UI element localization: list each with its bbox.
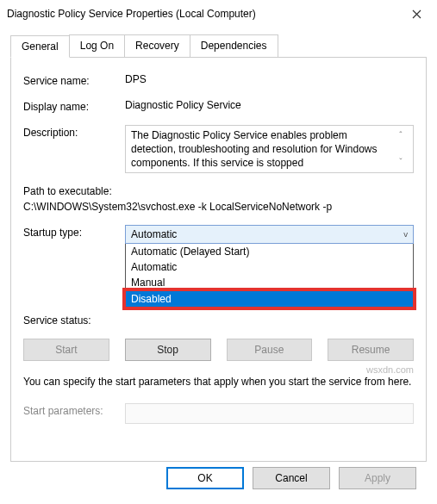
tab-strip: General Log On Recovery Dependencies [10,34,427,57]
description-box: The Diagnostic Policy Service enables pr… [125,125,414,173]
apply-button: Apply [339,467,416,489]
display-name-value: Diagnostic Policy Service [125,99,414,111]
path-label: Path to executable: [23,185,414,197]
scroll-down-icon[interactable]: ˇ [399,157,402,169]
description-scrollbar[interactable]: ˆ ˇ [394,128,408,170]
startup-label: Startup type: [23,225,125,239]
dialog-content: General Log On Recovery Dependencies Ser… [0,28,437,500]
tab-panel-general: Service name: DPS Display name: Diagnost… [10,57,427,462]
stop-button[interactable]: Stop [125,339,211,361]
pause-button: Pause [227,339,313,361]
tab-logon[interactable]: Log On [69,34,125,57]
startup-type-selected: Automatic [131,228,177,240]
cancel-button[interactable]: Cancel [253,467,330,489]
path-value: C:\WINDOWS\System32\svchost.exe -k Local… [23,201,414,213]
description-label: Description: [23,125,125,139]
service-status-label: Service status: [23,313,125,327]
explain-text: You can specify the start parameters tha… [23,375,414,389]
tab-general[interactable]: General [10,35,70,58]
chevron-down-icon: ⅴ [403,230,408,239]
window-title: Diagnostic Policy Service Properties (Lo… [7,8,256,20]
startup-option-disabled[interactable]: Disabled [126,291,413,307]
close-icon[interactable] [406,3,427,24]
display-name-label: Display name: [23,99,125,113]
start-button: Start [23,339,109,361]
service-name-value: DPS [125,73,414,85]
start-params-row: Start parameters: [23,403,414,424]
startup-option-delayed[interactable]: Automatic (Delayed Start) [126,244,413,259]
service-control-buttons: Start Stop Pause Resume [23,339,414,361]
tab-dependencies[interactable]: Dependencies [190,34,278,57]
startup-option-auto[interactable]: Automatic [126,259,413,275]
highlight-annotation: Disabled [122,288,416,310]
startup-row: Startup type: Automatic ⅴ Automatic (Del… [23,225,414,308]
tab-recovery[interactable]: Recovery [124,34,190,57]
service-name-label: Service name: [23,73,125,87]
startup-type-combo[interactable]: Automatic ⅴ [125,225,414,244]
titlebar: Diagnostic Policy Service Properties (Lo… [0,0,437,28]
start-params-input [125,403,414,424]
path-section: Path to executable: C:\WINDOWS\System32\… [23,185,414,213]
dialog-button-row: OK Cancel Apply [10,462,427,489]
description-row: Description: The Diagnostic Policy Servi… [23,125,414,173]
ok-button[interactable]: OK [166,467,244,489]
start-params-label: Start parameters: [23,403,125,417]
display-name-row: Display name: Diagnostic Policy Service [23,99,414,113]
service-name-row: Service name: DPS [23,73,414,87]
service-status-row: Service status: [23,313,414,327]
startup-type-dropdown: Automatic (Delayed Start) Automatic Manu… [125,244,414,308]
watermark: wsxdn.com [366,364,414,375]
scroll-up-icon[interactable]: ˆ [399,130,402,142]
resume-button: Resume [328,339,414,361]
description-text: The Diagnostic Policy Service enables pr… [131,128,394,170]
